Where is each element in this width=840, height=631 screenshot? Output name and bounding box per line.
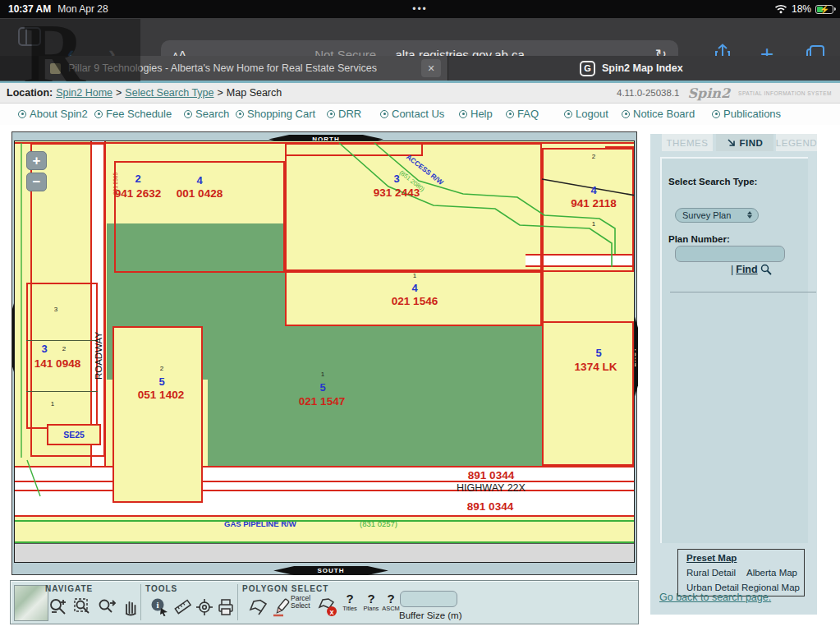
back-to-search-link[interactable]: Go back to search page. (659, 592, 771, 603)
plan-number-input[interactable] (675, 246, 785, 262)
status-bar: 10:37 AM Mon Apr 28 ••• 18% ⚡ (0, 0, 840, 18)
nav-help[interactable]: Help (459, 108, 493, 120)
select-arrows-icon (747, 211, 752, 219)
polygon-select-icon[interactable] (247, 595, 269, 619)
lot-label: 4 (404, 282, 425, 294)
section-navigate-label: NAVIGATE (45, 584, 93, 593)
preset-map-box: Preset Map Rural Detail Alberta Map Urba… (677, 549, 805, 596)
svg-text:x: x (329, 608, 333, 616)
tab-close-icon[interactable]: ✕ (421, 59, 441, 77)
tab-themes[interactable]: THEMES (662, 134, 713, 151)
find-button[interactable]: |Find (731, 264, 772, 275)
multitask-dots-icon: ••• (0, 3, 840, 15)
tab-legend[interactable]: LEGEND (776, 134, 817, 151)
nav-faq[interactable]: FAQ (506, 108, 539, 120)
zoom-in-icon[interactable] (47, 595, 69, 619)
nav-logout[interactable]: Logout (564, 108, 608, 120)
map-viewport[interactable]: SE25 + − 2 941 2632 ROADWAY 901 2565 4 0… (14, 140, 635, 563)
map-zoom-out-button[interactable]: − (26, 173, 47, 191)
tab-find[interactable]: FIND (716, 134, 773, 151)
svg-text:i: i (156, 600, 158, 610)
screen: 10:37 AM Mon Apr 28 ••• 18% ⚡ ‹ › AA Not… (0, 0, 840, 631)
plan-label: 051 1402 (120, 389, 202, 401)
watermark-letter: R (23, 19, 85, 81)
plan-label: 931 2443 (335, 187, 458, 199)
lot-sub-label: 1 (315, 371, 330, 378)
battery-icon: ⚡ (815, 5, 833, 14)
nav-publications[interactable]: Publications (712, 108, 781, 120)
location-label: Location: (7, 87, 53, 99)
bullet-icon (564, 110, 572, 118)
parcel-select-icon[interactable] (270, 595, 292, 619)
divider (237, 584, 238, 620)
battery-percent: 18% (792, 3, 811, 15)
spin2-logo-subtitle: SPATIAL INFORMATION SYSTEM (738, 90, 832, 96)
plan-label: 021 1547 (281, 395, 363, 408)
roadway-label: ROADWAY (94, 319, 103, 393)
section-polygon-label: POLYGON SELECT (242, 584, 328, 593)
highway-plan-label: 891 0344 (446, 469, 536, 481)
pan-hand-icon[interactable] (119, 595, 141, 619)
plan-label: 001 0428 (138, 187, 261, 200)
breadcrumb-searchtype-link[interactable]: Select Search Type (125, 87, 213, 99)
nav-shopping-cart[interactable]: Shopping Cart (236, 108, 315, 120)
divider (670, 292, 816, 292)
nav-fee-schedule[interactable]: Fee Schedule (94, 108, 172, 120)
identify-icon[interactable]: i (149, 595, 171, 619)
lot-label: 5 (151, 375, 172, 388)
bullet-icon (18, 110, 26, 118)
watermark-overlay: R (0, 19, 140, 81)
tab2-title: Spin2 Map Index (602, 62, 683, 74)
nav-about[interactable]: About Spin2 (18, 108, 88, 120)
preset-rural-link[interactable]: Rural Detail (686, 568, 736, 578)
measure-icon[interactable] (172, 595, 194, 619)
map-zoom-in-button[interactable]: + (26, 151, 47, 170)
parcel-select-label: ParcelSelect (291, 595, 310, 610)
lot-label: 3 (35, 343, 53, 355)
lot-label: 5 (312, 381, 333, 394)
search-panel: THEMES FIND LEGEND Select Search Type: S… (650, 134, 817, 615)
bullet-icon (712, 110, 720, 118)
center-map-icon[interactable] (193, 595, 215, 619)
breadcrumb-bar: Location: Spin2 Home > Select Search Typ… (0, 83, 840, 104)
tab2-favicon: G (580, 61, 595, 76)
map-toolbar: NAVIGATE TOOLS POLYGON SELECT i (10, 580, 639, 624)
nav-notice-board[interactable]: Notice Board (622, 108, 695, 120)
pipeline-plan-label: (831 0257) (360, 519, 397, 528)
bullet-icon (459, 110, 467, 118)
bullet-icon (380, 110, 388, 118)
bullet-icon (622, 110, 630, 118)
breadcrumb-home-link[interactable]: Spin2 Home (56, 87, 112, 99)
nav-contact-us[interactable]: Contact Us (380, 108, 444, 120)
overview-thumbnail[interactable] (14, 585, 48, 621)
nav-search[interactable]: Search (184, 108, 229, 120)
zoom-pan-icon[interactable] (96, 595, 118, 619)
plan-label: 941 2118 (553, 197, 635, 210)
preset-alberta-link[interactable]: Alberta Map (746, 568, 797, 578)
lot-sub-label: 1 (406, 272, 423, 279)
plan-number-label: Plan Number: (668, 234, 730, 244)
search-type-label: Select Search Type: (668, 177, 757, 187)
lot-sub-label: 1 (585, 220, 602, 228)
spin2-logo: Spin2 (688, 85, 731, 101)
lot-label: 4 (175, 174, 224, 187)
pipeline-label: GAS PIPELINE R/W (224, 519, 296, 528)
buffer-size-label: Buffer Size (m) (399, 610, 461, 620)
version-label: 4.11.0-25038.1 (617, 88, 680, 98)
map-frame: NORTH SOUTH WEST EAST (11, 131, 637, 575)
bullet-icon (327, 110, 335, 118)
clear-selection-icon[interactable]: x (316, 595, 338, 619)
buffer-size-input[interactable] (400, 591, 457, 607)
lot-sub-label: 1 (44, 400, 61, 408)
search-type-select[interactable]: Survey Plan (675, 208, 759, 223)
section-tools-label: TOOLS (145, 584, 177, 593)
bullet-icon (236, 110, 244, 118)
map-linework (15, 141, 635, 563)
nav-drr[interactable]: DRR (327, 108, 361, 120)
lot-sub-label: 2 (57, 345, 71, 352)
zoom-window-icon[interactable] (71, 595, 94, 619)
wifi-icon (774, 4, 787, 14)
tab-spin2[interactable]: G Spin2 Map Index (448, 56, 840, 81)
lot-sub-label: 2 (585, 153, 602, 160)
print-icon[interactable] (214, 595, 236, 619)
